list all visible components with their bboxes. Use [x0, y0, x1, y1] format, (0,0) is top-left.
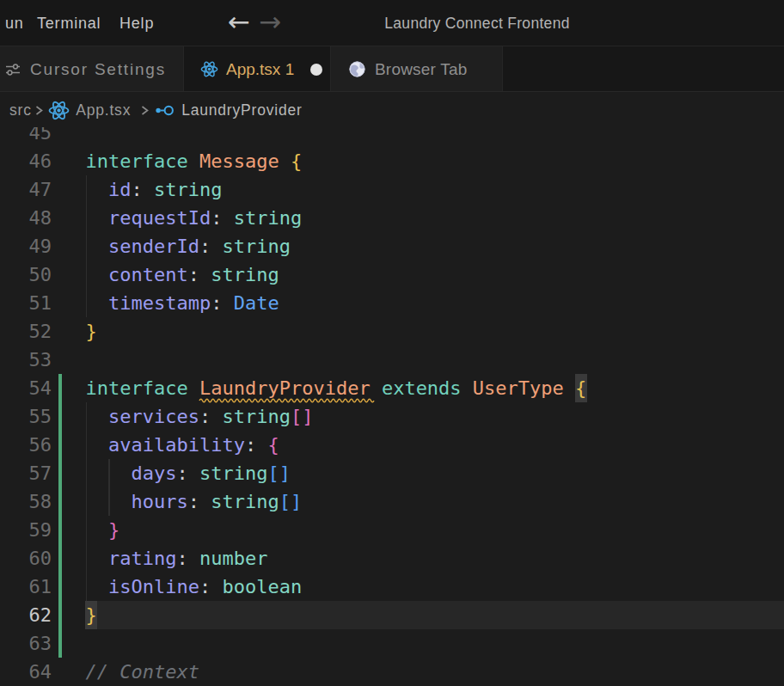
code-text: id: string	[86, 175, 223, 204]
line-number: 54	[0, 374, 52, 402]
code-line[interactable]: 47 id: string	[0, 175, 784, 204]
code-text: rating: number	[86, 544, 268, 573]
chevron-right-icon	[140, 105, 150, 116]
cursor-editor-window: un Terminal Help ← → Laundry Connect Fro…	[0, 0, 784, 686]
symbol-interface-icon	[154, 102, 175, 119]
code-line[interactable]: 61 isOnline: boolean	[0, 573, 784, 601]
code-line[interactable]: 64// Context	[0, 658, 784, 686]
code-text: timestamp: Date	[86, 289, 279, 317]
menu-run[interactable]: un	[5, 14, 24, 32]
code-line[interactable]: 49 senderId: string	[0, 232, 784, 260]
tab-label: Cursor Settings	[30, 60, 166, 79]
modified-dot-icon[interactable]	[310, 64, 322, 76]
tab-browser-tab[interactable]: Browser Tab	[331, 46, 503, 92]
breadcrumb-item-file[interactable]: App.tsx	[76, 101, 131, 119]
line-number: 56	[0, 431, 52, 459]
window-title: Laundry Connect Frontend	[384, 14, 569, 32]
breadcrumb-item-symbol[interactable]: LaundryProvider	[181, 101, 302, 119]
code-text: }	[86, 516, 120, 544]
code-text: // Context	[86, 658, 199, 686]
code-line[interactable]: 56 availability: {	[0, 431, 784, 459]
line-number: 55	[0, 402, 52, 431]
line-number: 61	[0, 573, 52, 601]
warning-squiggle	[199, 397, 371, 403]
tabbar-bottom-border	[0, 91, 784, 92]
code-line[interactable]: 51 timestamp: Date	[0, 289, 784, 317]
menu-help[interactable]: Help	[119, 14, 154, 32]
react-icon	[200, 60, 218, 78]
code-text: }	[86, 601, 97, 629]
tab-cursor-settings[interactable]: Cursor Settings	[0, 46, 184, 92]
code-line[interactable]: 57 days: string[]	[0, 459, 784, 487]
code-line[interactable]: 48 requestId: string	[0, 204, 784, 232]
line-number: 53	[0, 346, 52, 374]
navigate-back-icon[interactable]: ←	[228, 6, 250, 37]
code-line[interactable]: 53	[0, 346, 784, 374]
code-text: days: string[]	[86, 459, 291, 487]
line-number: 57	[0, 459, 52, 487]
menu-terminal[interactable]: Terminal	[37, 14, 101, 32]
code-line[interactable]: 63	[0, 629, 784, 658]
code-line[interactable]: 46interface Message {	[0, 147, 784, 175]
code-text: requestId: string	[86, 204, 303, 232]
line-number: 48	[0, 204, 52, 232]
line-number: 63	[0, 629, 52, 658]
tab-label: App.tsx 1	[226, 60, 294, 79]
code-text: isOnline: boolean	[86, 573, 303, 601]
line-number: 52	[0, 317, 52, 346]
line-number: 49	[0, 232, 52, 260]
line-number: 64	[0, 658, 52, 686]
code-text: }	[86, 317, 97, 346]
navigate-forward-icon: →	[259, 6, 281, 37]
code-line[interactable]: 52}	[0, 317, 784, 346]
chevron-right-icon	[34, 105, 44, 116]
line-number: 59	[0, 516, 52, 544]
globe-icon	[348, 60, 366, 78]
code-text: availability: {	[86, 431, 279, 459]
code-line[interactable]: 59 }	[0, 516, 784, 544]
breadcrumb: src App.tsx LaundryProv	[0, 93, 784, 127]
tab-bar: Cursor Settings App.tsx 1	[0, 46, 784, 92]
code-text: interface Message {	[86, 147, 303, 175]
react-icon	[48, 100, 70, 121]
code-text: content: string	[86, 260, 279, 289]
line-number: 51	[0, 289, 52, 317]
line-number: 62	[0, 601, 52, 629]
code-line[interactable]: 60 rating: number	[0, 544, 784, 573]
line-number: 46	[0, 147, 52, 175]
code-text: services: string[]	[86, 402, 314, 431]
code-line[interactable]: 54interface LaundryProvider extends User…	[0, 374, 784, 402]
code-line[interactable]: 55 services: string[]	[0, 402, 784, 431]
title-bar: un Terminal Help ← → Laundry Connect Fro…	[0, 0, 784, 46]
code-text: senderId: string	[86, 232, 291, 260]
line-number: 58	[0, 487, 52, 516]
breadcrumb-item-src[interactable]: src	[9, 101, 32, 119]
code-line[interactable]: 58 hours: string[]	[0, 487, 784, 516]
tab-label: Browser Tab	[375, 60, 467, 79]
code-line[interactable]: 50 content: string	[0, 260, 784, 289]
code-line[interactable]: 62}	[0, 601, 784, 629]
line-number: 47	[0, 175, 52, 204]
sliders-icon	[5, 62, 21, 77]
code-text: hours: string[]	[86, 487, 303, 516]
line-number: 50	[0, 260, 52, 289]
line-number: 60	[0, 544, 52, 573]
tab-app-tsx[interactable]: App.tsx 1	[184, 46, 331, 92]
code-editor[interactable]: 4546interface Message {47 id: string48 r…	[0, 92, 784, 686]
